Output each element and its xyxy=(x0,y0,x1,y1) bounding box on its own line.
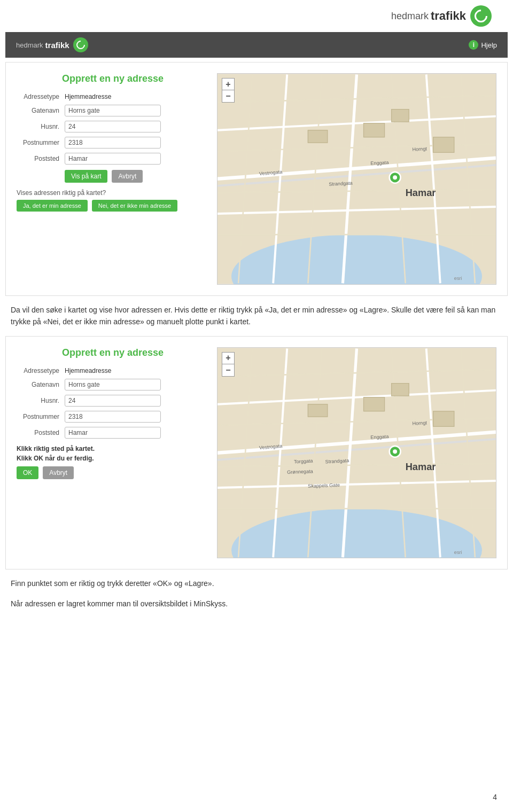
avbryt-button-2[interactable]: Avbryt xyxy=(43,466,74,479)
form-left-1: Opprett en ny adresse Adressetype Hjemme… xyxy=(17,73,209,285)
form-title-2: Opprett en ny adresse xyxy=(17,347,209,358)
svg-text:Torggata: Torggata xyxy=(294,458,314,464)
top-logo-bar: hedmark trafikk xyxy=(0,0,513,32)
label-postnummer-1: Postnummer xyxy=(17,139,65,146)
form-row-poststed-2: Poststed xyxy=(17,427,209,439)
yes-address-button[interactable]: Ja, det er min adresse xyxy=(17,200,88,212)
svg-text:Enggata: Enggata xyxy=(370,434,389,440)
top-logo-trafikk: trafikk xyxy=(431,9,466,23)
input-husnr-2[interactable] xyxy=(65,395,161,407)
main-content: Opprett en ny adresse Adressetype Hjemme… xyxy=(0,62,513,610)
label-gatenavn-2: Gatenavn xyxy=(17,381,65,388)
desc-text-2: Finn punktet som er riktig og trykk dere… xyxy=(11,577,502,589)
label-adressetype-2: Adressetype xyxy=(17,367,65,374)
input-postnummer-1[interactable] xyxy=(65,137,161,149)
svg-text:Grønnegata: Grønnegata xyxy=(287,469,314,475)
label-adressetype-1: Adressetype xyxy=(17,93,65,100)
svg-rect-48 xyxy=(433,411,454,426)
instructions-container: Klikk riktig sted på kartet. Klikk OK nå… xyxy=(17,445,209,462)
form-question-1: Vises adressen riktig på kartet? xyxy=(17,189,209,197)
map-zoom-controls-1: + − xyxy=(222,78,235,103)
form-row-husnr-1: Husnr. xyxy=(17,121,209,132)
svg-rect-47 xyxy=(392,383,409,395)
form-row-gatenavn-2: Gatenavn xyxy=(17,379,209,391)
map-svg-1: Hamar Vestrogata Strandgata Enggata Horn… xyxy=(217,74,496,284)
vis-pa-kart-button[interactable]: Vis på kart xyxy=(65,170,107,183)
header-logo-circle-icon xyxy=(73,37,88,52)
instruction-1: Klikk riktig sted på kartet. xyxy=(17,445,209,452)
form-row-postnummer-2: Postnummer xyxy=(17,411,209,423)
desc-text-1: Da vil den søke i kartet og vise hvor ad… xyxy=(11,304,502,328)
svg-point-52 xyxy=(393,449,397,454)
zoom-out-button-2[interactable]: − xyxy=(222,364,234,376)
desc-text-3: Når adressen er lagret kommer man til ov… xyxy=(11,598,502,610)
label-postnummer-2: Postnummer xyxy=(17,413,65,420)
zoom-out-button-1[interactable]: − xyxy=(222,90,234,102)
header-bar: hedmark trafikk i Hjelp xyxy=(5,32,508,58)
svg-text:esri: esri xyxy=(454,276,462,281)
label-poststed-2: Poststed xyxy=(17,429,65,436)
top-logo-circle-icon xyxy=(470,5,492,27)
label-husnr-2: Husnr. xyxy=(17,397,65,404)
input-poststed-1[interactable] xyxy=(65,153,161,165)
label-poststed-1: Poststed xyxy=(17,155,65,162)
header-hedmark-text: hedmark xyxy=(16,41,43,49)
page-number: 4 xyxy=(493,793,497,801)
form-buttons-1: Vis på kart Avbryt xyxy=(65,170,209,183)
header-trafikk-text: trafikk xyxy=(45,41,69,50)
instruction-2: Klikk OK når du er ferdig. xyxy=(17,455,209,462)
svg-rect-20 xyxy=(308,130,327,143)
zoom-in-button-2[interactable]: + xyxy=(222,353,234,364)
confirm-buttons-1: Ja, det er min adresse Nei, det er ikke … xyxy=(17,200,209,212)
map-svg-2: Hamar Vestrogata Strandgata Enggata Horn… xyxy=(217,348,496,558)
map-container-2: + − xyxy=(217,347,496,559)
label-gatenavn-1: Gatenavn xyxy=(17,107,65,114)
zoom-in-button-1[interactable]: + xyxy=(222,79,234,90)
top-logo-hedmark: hedmark xyxy=(391,11,429,22)
form-panel-1: Opprett en ny adresse Adressetype Hjemme… xyxy=(5,62,508,296)
svg-text:Enggata: Enggata xyxy=(370,160,389,166)
svg-point-23 xyxy=(393,175,397,179)
form-buttons-2: OK Avbryt xyxy=(17,466,209,479)
value-adressetype-1: Hjemmeadresse xyxy=(65,93,111,100)
top-logo: hedmark trafikk xyxy=(391,5,492,27)
label-husnr-1: Husnr. xyxy=(17,123,65,130)
svg-rect-17 xyxy=(364,123,385,137)
header-logo: hedmark trafikk xyxy=(16,37,88,52)
svg-text:Hamar: Hamar xyxy=(406,187,436,198)
input-husnr-1[interactable] xyxy=(65,121,161,132)
form-row-husnr-2: Husnr. xyxy=(17,395,209,407)
form-title-1: Opprett en ny adresse xyxy=(17,73,209,84)
svg-rect-46 xyxy=(364,397,385,411)
map-container-1: + − xyxy=(217,73,496,285)
map-zoom-controls-2: + − xyxy=(222,352,235,377)
header-help[interactable]: i Hjelp xyxy=(469,40,497,50)
form-row-gatenavn-1: Gatenavn xyxy=(17,105,209,116)
svg-text:Horngt: Horngt xyxy=(412,420,427,426)
form-row-poststed-1: Poststed xyxy=(17,153,209,165)
svg-rect-49 xyxy=(308,404,327,416)
no-address-button[interactable]: Nei, det er ikke min adresse xyxy=(92,200,177,212)
input-postnummer-2[interactable] xyxy=(65,411,161,423)
avbryt-button-1[interactable]: Avbryt xyxy=(112,170,143,183)
svg-rect-18 xyxy=(392,110,409,122)
help-label: Hjelp xyxy=(481,41,497,49)
svg-text:Skappels Gate: Skappels Gate xyxy=(308,482,340,488)
input-gatenavn-1[interactable] xyxy=(65,105,161,116)
help-icon: i xyxy=(469,40,478,50)
form-row-postnummer-1: Postnummer xyxy=(17,137,209,149)
input-gatenavn-2[interactable] xyxy=(65,379,161,391)
form-row-adressetype-2: Adressetype Hjemmeadresse xyxy=(17,367,209,374)
svg-text:esri: esri xyxy=(454,549,462,555)
value-adressetype-2: Hjemmeadresse xyxy=(65,367,111,374)
form-left-2: Opprett en ny adresse Adressetype Hjemme… xyxy=(17,347,209,559)
input-poststed-2[interactable] xyxy=(65,427,161,439)
svg-text:Hamar: Hamar xyxy=(406,461,436,472)
svg-rect-19 xyxy=(433,137,454,153)
svg-text:Horngt: Horngt xyxy=(412,146,427,152)
form-panel-2: Opprett en ny adresse Adressetype Hjemme… xyxy=(5,336,508,570)
ok-button[interactable]: OK xyxy=(17,466,38,479)
form-row-adressetype-1: Adressetype Hjemmeadresse xyxy=(17,93,209,100)
